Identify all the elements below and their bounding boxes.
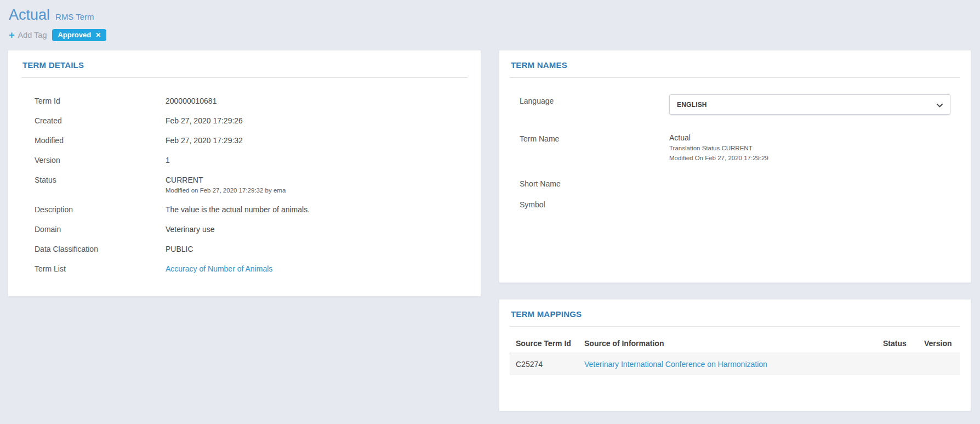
column-header-source-of-information: Source of Information <box>578 339 877 348</box>
field-label: Version <box>35 155 166 166</box>
detail-row-modified: Modified Feb 27, 2020 17:29:32 <box>21 131 468 150</box>
field-label: Status <box>35 174 166 185</box>
term-details-title: TERM DETAILS <box>21 60 468 70</box>
term-details-rows: Term Id 200000010681 Created Feb 27, 202… <box>21 91 468 279</box>
modified-on-note: Modified On Feb 27, 2020 17:29:29 <box>669 154 768 163</box>
add-tag-label: Add Tag <box>18 31 47 39</box>
tag-label: Approved <box>58 31 91 39</box>
title-line: Actual RMS Term <box>9 7 971 24</box>
symbol-row: Symbol <box>510 194 960 214</box>
chevron-down-icon <box>937 100 943 110</box>
short-name-row: Short Name <box>510 173 960 194</box>
field-label: Term Id <box>35 95 166 106</box>
detail-row-term-id: Term Id 200000010681 <box>21 91 468 111</box>
term-mappings-table: Source Term Id Source of Information Sta… <box>510 339 960 375</box>
field-value: 1 <box>166 155 170 166</box>
section-divider <box>510 326 960 327</box>
language-selected-value: ENGLISH <box>677 101 707 109</box>
term-mappings-panel: TERM MAPPINGS Source Term Id Source of I… <box>499 299 971 411</box>
term-name-row: Term Name Actual Translation Status CURR… <box>510 128 960 167</box>
field-label: Data Classification <box>35 244 166 255</box>
field-label: Modified <box>35 135 166 146</box>
field-value: Veterinary use <box>166 224 215 235</box>
add-tag-button[interactable]: + Add Tag <box>9 30 47 40</box>
remove-tag-icon[interactable]: ✕ <box>95 31 101 39</box>
field-value: The value is the actual number of animal… <box>166 204 310 215</box>
field-value: 200000010681 <box>166 95 216 106</box>
column-header-source-term-id: Source Term Id <box>510 339 578 348</box>
right-column: TERM NAMES Language ENGLISH Term Nam <box>499 50 971 411</box>
field-value: Feb 27, 2020 17:29:26 <box>166 115 243 126</box>
detail-row-created: Created Feb 27, 2020 17:29:26 <box>21 111 468 131</box>
table-row: C25274 Veterinary International Conferen… <box>510 353 960 375</box>
term-name-value: Actual <box>669 132 768 143</box>
left-column: TERM DETAILS Term Id 200000010681 Create… <box>8 50 481 411</box>
source-of-information-cell: Veterinary International Conference on H… <box>578 360 877 369</box>
detail-row-description: Description The value is the actual numb… <box>21 200 468 219</box>
table-header-row: Source Term Id Source of Information Sta… <box>510 339 960 353</box>
field-label: Domain <box>35 224 166 235</box>
language-label: Language <box>520 94 669 106</box>
term-names-panel: TERM NAMES Language ENGLISH Term Nam <box>499 50 971 283</box>
term-names-rows: Language ENGLISH Term Name Actual Tra <box>510 90 960 214</box>
language-row: Language ENGLISH <box>510 90 960 119</box>
page-subtitle: RMS Term <box>55 12 94 21</box>
field-value: PUBLIC <box>166 244 193 255</box>
term-list-link[interactable]: Accuracy of Number of Animals <box>166 263 272 274</box>
detail-row-term-list: Term List Accuracy of Number of Animals <box>21 259 468 279</box>
page-header: Actual RMS Term + Add Tag Approved ✕ <box>8 7 971 42</box>
section-divider <box>510 77 960 78</box>
field-label: Description <box>35 204 166 215</box>
page-title: Actual <box>9 7 50 24</box>
field-label: Created <box>35 115 166 126</box>
source-term-id-cell: C25274 <box>510 360 578 369</box>
detail-row-data-classification: Data Classification PUBLIC <box>21 239 468 259</box>
field-value: Feb 27, 2020 17:29:32 <box>166 135 243 146</box>
tag-row: + Add Tag Approved ✕ <box>9 29 971 42</box>
plus-icon: + <box>9 30 15 40</box>
term-mappings-title: TERM MAPPINGS <box>510 309 960 319</box>
term-name-label: Term Name <box>520 132 669 144</box>
term-details-panel: TERM DETAILS Term Id 200000010681 Create… <box>8 50 481 297</box>
detail-row-status: Status CURRENT Modified on Feb 27, 2020 … <box>21 170 468 200</box>
source-of-information-link[interactable]: Veterinary International Conference on H… <box>584 360 767 369</box>
column-header-status: Status <box>877 339 918 348</box>
short-name-label: Short Name <box>520 177 669 189</box>
page: Actual RMS Term + Add Tag Approved ✕ TER… <box>0 0 980 411</box>
language-select[interactable]: ENGLISH <box>669 94 950 115</box>
term-names-title: TERM NAMES <box>510 60 960 70</box>
translation-status-note: Translation Status CURRENT <box>669 144 768 153</box>
field-label: Term List <box>35 263 166 274</box>
tag-badge-approved[interactable]: Approved ✕ <box>52 29 106 41</box>
status-value: CURRENT <box>166 174 286 185</box>
section-divider <box>21 77 468 78</box>
symbol-label: Symbol <box>520 198 669 210</box>
content-columns: TERM DETAILS Term Id 200000010681 Create… <box>8 50 971 411</box>
status-modified-note: Modified on Feb 27, 2020 17:29:32 by ema <box>166 186 286 195</box>
detail-row-domain: Domain Veterinary use <box>21 219 468 239</box>
detail-row-version: Version 1 <box>21 150 468 170</box>
column-header-version: Version <box>918 339 960 348</box>
